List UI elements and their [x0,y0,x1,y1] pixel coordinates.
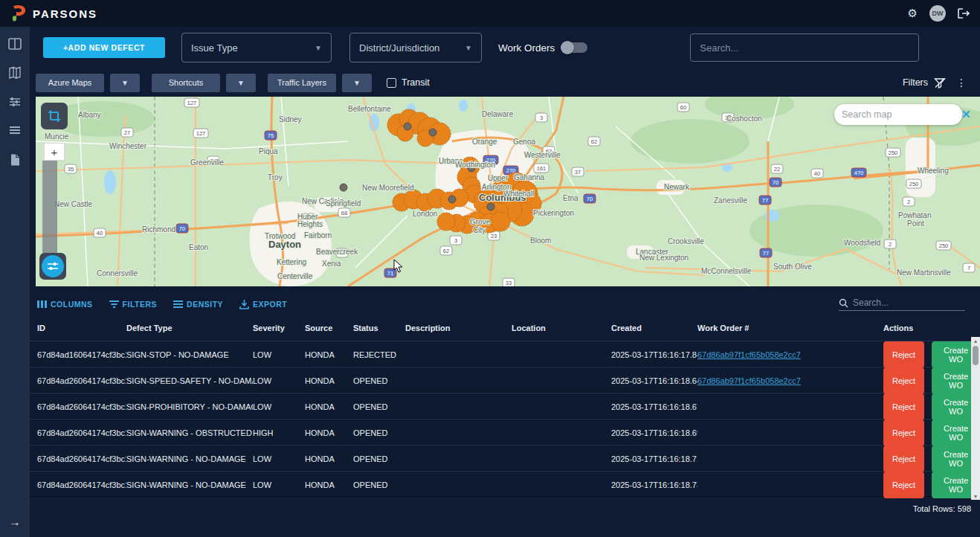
interstate-shield: 75 [265,131,277,140]
svg-text:40: 40 [97,230,103,237]
route-shield: 161 [534,164,549,173]
cell-source: HONDA [305,480,353,489]
reject-button[interactable]: Reject [883,446,924,472]
map-city-label: Whitehall [503,190,534,198]
col-severity[interactable]: Severity [253,324,305,332]
draw-region-button[interactable] [41,103,68,129]
col-location[interactable]: Location [512,324,611,332]
col-description[interactable]: Description [405,324,512,332]
cluster-center-dot[interactable] [404,123,411,130]
defect-cluster-marker[interactable] [491,212,510,231]
work-order-link[interactable]: 67d86ab97f1cf65b058e2cc7 [697,376,801,385]
district-jurisdiction-select[interactable]: District/Jurisdiction ▼ [349,33,482,62]
reject-button[interactable]: Reject [883,393,924,420]
table-search-input[interactable] [853,298,950,308]
table-row[interactable]: 67d84ad26064174cf3bc17 SIGN-SPEED-SAFETY… [30,367,980,393]
col-work-order[interactable]: Work Order # [697,324,883,332]
cell-created: 2025-03-17T16:16:18.672 [611,402,697,411]
col-id[interactable]: ID [37,324,126,332]
map-city-label: London [413,210,437,218]
work-orders-toggle[interactable] [562,42,587,53]
reject-button[interactable]: Reject [883,367,924,394]
map-canvas[interactable]: 2712712735364070757127027070707777470224… [36,97,980,286]
route-shield: 2 [903,197,915,206]
search-input[interactable] [690,33,919,62]
map-city-label: New Lexington [639,254,689,262]
col-status[interactable]: Status [353,324,405,332]
cell-status: OPENED [353,402,405,411]
cluster-center-dot[interactable] [448,196,456,203]
cluster-center-dot[interactable] [487,203,494,210]
add-new-defect-button[interactable]: +ADD NEW DEFECT [43,37,165,58]
map-city-label: Fairborn [304,231,332,239]
reject-button[interactable]: Reject [883,341,924,368]
table-row[interactable]: 67d84ad26064174cf3bc17 SIGN-WARNING - NO… [30,471,980,497]
azure-maps-chevron[interactable]: ▼ [110,74,140,92]
search-icon [839,298,848,308]
table-vertical-scrollbar[interactable]: ▲ ▼ [971,337,980,500]
cluster-center-dot[interactable] [340,184,347,191]
filter-lines-icon [109,300,119,309]
sidebar-item-documents[interactable] [8,153,22,167]
reject-button[interactable]: Reject [883,472,924,498]
columns-button[interactable]: COLUMNS [37,300,93,309]
sidebar-expand-arrow-icon[interactable]: → [0,515,30,528]
map-city-label: South Olive [773,263,812,271]
col-actions: Actions [883,324,980,332]
map-search-close-icon[interactable]: ✕ [961,108,971,121]
shortcuts-button[interactable]: Shortcuts [152,74,220,92]
table-row[interactable]: 67d84ad16064174cf3bc17 SIGN-STOP - NO-DA… [30,341,980,367]
map-settings-button[interactable] [39,253,66,280]
route-shield: 68 [338,208,350,217]
table-header: ID Defect Type Severity Source Status De… [30,315,980,341]
col-defect-type[interactable]: Defect Type [126,324,253,332]
map-city-label: Westerville [524,151,561,159]
route-shield: 3 [535,113,547,122]
reject-button[interactable]: Reject [883,419,924,446]
map-filters-button[interactable]: Filters [903,77,946,89]
table-row[interactable]: 67d84ad26064174cf3bc17 SIGN-WARNING - NO… [30,445,980,471]
kebab-menu-icon[interactable]: ⋮ [956,81,967,85]
brand: PARSONS [10,4,97,22]
col-created[interactable]: Created [611,324,697,332]
sidebar-item-dashboard[interactable] [8,37,22,51]
work-order-link[interactable]: 67d86ab97f1cf65b058e2cc7 [697,350,801,359]
cell-status: OPENED [353,376,405,385]
table-row[interactable]: 67d84ad26064174cf3bc17 SIGN-WARNING - OB… [30,419,980,445]
transit-checkbox[interactable] [387,78,396,88]
map-city-label: Woodsfield [844,239,880,247]
sidebar-item-list[interactable] [8,124,22,138]
traffic-layers-button[interactable]: Traffic Layers [268,74,336,92]
export-button[interactable]: EXPORT [239,300,287,309]
interstate-shield: 70 [176,224,188,233]
cell-severity: LOW [253,454,305,463]
route-shield: 7 [963,263,975,272]
zoom-in-button[interactable]: + [44,143,65,161]
route-shield: 127 [184,98,199,107]
route-shield: 62 [588,137,600,146]
main-content: +ADD NEW DEFECT Issue Type ▼ District/Ju… [30,27,980,537]
settings-gear-icon[interactable]: ⚙ [908,7,918,20]
cell-id: 67d84ad26064174cf3bc17 [37,480,126,489]
filters-button[interactable]: FILTERS [109,300,157,309]
col-source[interactable]: Source [305,324,353,332]
cell-defect-type: SIGN-WARNING - NO-DAMAGE [126,454,253,463]
map-city-label: McConnelsville [701,267,752,275]
zoom-slider[interactable] [42,161,57,256]
defect-cluster-marker[interactable] [437,213,455,231]
sidebar-item-filters[interactable] [8,95,22,109]
cluster-center-dot[interactable] [429,129,436,136]
brand-name: PARSONS [33,7,97,20]
map-search-input[interactable] [842,109,961,120]
shortcuts-chevron[interactable]: ▼ [226,74,256,92]
sidebar-item-map[interactable] [8,66,22,80]
azure-maps-button[interactable]: Azure Maps [36,74,104,92]
cell-severity: LOW [253,402,305,411]
avatar[interactable]: DW [929,5,946,22]
density-button[interactable]: DENSITY [173,300,223,309]
logout-icon[interactable] [958,8,970,19]
svg-text:22: 22 [774,166,780,173]
issue-type-select[interactable]: Issue Type ▼ [181,33,332,62]
traffic-layers-chevron[interactable]: ▼ [342,74,372,92]
table-row[interactable]: 67d84ad26064174cf3bc17 SIGN-PROHIBITORY … [30,393,980,419]
